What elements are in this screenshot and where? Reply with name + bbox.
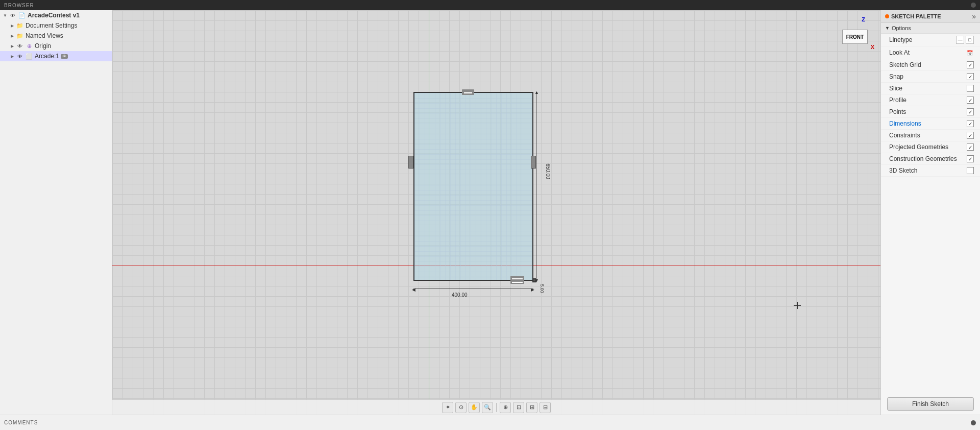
3d-sketch-checkbox[interactable] [967, 167, 974, 174]
construction-geom-row: Construction Geometries [881, 153, 980, 165]
main-area: ▼ 👁 📄 ArcadeContest v1 ▶ 📁 Document Sett… [0, 10, 980, 415]
arrow-icon: ▶ [9, 22, 15, 29]
palette-title: SKETCH PALETTE [885, 13, 941, 19]
dimensions-row: Dimensions [881, 118, 980, 130]
named-views-label: Named Views [26, 32, 63, 39]
section-arrow: ▼ [885, 26, 890, 31]
linetype-icons: — □ [956, 36, 974, 44]
constraints-label: Constraints [889, 132, 920, 139]
fit-btn[interactable]: ⊕ [500, 402, 511, 413]
top-measure-tag: ▬▬ [462, 89, 474, 95]
sketch-grid-checkbox[interactable] [967, 61, 974, 68]
x-axis-label: X [871, 44, 874, 50]
palette-options-section[interactable]: ▼ Options [881, 23, 980, 34]
eye-icon[interactable]: 👁 [16, 42, 23, 50]
sidebar-item-arcade[interactable]: ▶ 👁 ⬜ Arcade:1 👁 [0, 51, 112, 61]
bottom-dim-line [413, 289, 533, 289]
doc-settings-label: Document Settings [26, 22, 77, 29]
projected-geom-row: Projected Geometries [881, 141, 980, 153]
snap-label: Snap [889, 73, 903, 80]
sidebar-item-doc-settings[interactable]: ▶ 📁 Document Settings [0, 20, 112, 31]
eye-icon[interactable]: 👁 [16, 53, 23, 60]
eye-icon[interactable]: 👁 [9, 12, 16, 19]
palette-dot [885, 14, 889, 18]
linetype-rect-icon[interactable]: □ [966, 36, 974, 44]
snap-point [532, 278, 536, 282]
constraints-row: Constraints [881, 130, 980, 141]
snap-btn[interactable]: ⊟ [540, 402, 551, 413]
arcade-label: Arcade:1 [35, 53, 59, 60]
select-tool-btn[interactable]: ✦ [442, 402, 453, 413]
points-checkbox[interactable] [967, 108, 974, 115]
dimensions-label: Dimensions [889, 120, 921, 127]
z-axis-label: Z [862, 16, 865, 22]
close-button[interactable] [971, 3, 976, 8]
view-btn[interactable]: ⊡ [513, 402, 524, 413]
bottom-bar: COMMENTS [0, 415, 980, 430]
linetype-solid-icon[interactable]: — [956, 36, 964, 44]
profile-checkbox[interactable] [967, 97, 974, 104]
top-bar: BROWSER [0, 0, 980, 10]
points-label: Points [889, 108, 906, 115]
origin-label: Origin [35, 42, 51, 50]
constraints-checkbox[interactable] [967, 132, 974, 139]
bottom-dim-arrow-left: ◀ [412, 287, 415, 292]
snap-checkbox[interactable] [967, 73, 974, 80]
dimensions-checkbox[interactable] [967, 120, 974, 127]
sidebar-item-root[interactable]: ▼ 👁 📄 ArcadeContest v1 [0, 10, 112, 20]
sketch-container: ▬▬ ▲ ▼ 650.00 ◀ ▶ 400.00 ▬▬▬▬▬▬ 5.00 [311, 77, 551, 306]
body-icon: ⬜ [26, 53, 33, 60]
view-cube[interactable]: Z FRONT X [840, 15, 875, 51]
toolbar-sep1 [496, 403, 497, 412]
sidebar-item-origin[interactable]: ▶ 👁 ⊕ Origin [0, 41, 112, 51]
right-dim-line [536, 92, 536, 281]
palette-expand-btn[interactable]: » [972, 12, 976, 20]
sketch-rectangle[interactable] [413, 92, 533, 281]
sketch-badge: 👁 [61, 54, 68, 59]
snap-row: Snap [881, 71, 980, 83]
left-handle [408, 156, 413, 169]
linetype-row: Linetype — □ [881, 34, 980, 46]
slice-checkbox[interactable] [967, 85, 974, 92]
pan-tool-btn[interactable]: ✋ [469, 402, 480, 413]
front-face-label[interactable]: FRONT [842, 30, 868, 44]
sketch-grid-row: Sketch Grid [881, 59, 980, 71]
sketch-grid-label: Sketch Grid [889, 61, 921, 68]
height-dim-label: 650.00 [545, 163, 551, 179]
finish-sketch-button[interactable]: Finish Sketch [887, 397, 974, 411]
origin-icon: ⊕ [26, 42, 33, 50]
small-v-dim-label: 5.00 [540, 284, 545, 293]
bottom-meas-tag: ▬▬▬▬▬▬ [510, 276, 524, 284]
section-label: Options [892, 25, 911, 31]
orbit-tool-btn[interactable]: ⊙ [455, 402, 467, 413]
slice-label: Slice [889, 85, 902, 92]
folder-icon: 📁 [16, 22, 23, 29]
projected-geom-checkbox[interactable] [967, 144, 974, 151]
construction-geom-label: Construction Geometries [889, 155, 957, 162]
look-at-row: Look At 📅 [881, 46, 980, 59]
file-icon: 📄 [18, 12, 26, 19]
root-label: ArcadeContest v1 [28, 12, 80, 19]
linetype-label: Linetype [889, 36, 912, 43]
comments-close-btn[interactable] [971, 420, 976, 425]
palette-title-label: SKETCH PALETTE [891, 13, 941, 19]
sidebar-item-named-views[interactable]: ▶ 📁 Named Views [0, 31, 112, 41]
sketch-palette-panel: SKETCH PALETTE » ▼ Options Linetype — □ … [880, 10, 980, 415]
comments-label: COMMENTS [4, 420, 38, 425]
bottom-dim-arrow-right: ▶ [531, 287, 534, 292]
points-row: Points [881, 106, 980, 118]
canvas-area[interactable]: ▬▬ ▲ ▼ 650.00 ◀ ▶ 400.00 ▬▬▬▬▬▬ 5.00 [112, 10, 880, 415]
zoom-tool-btn[interactable]: 🔍 [482, 402, 493, 413]
right-dim-arrow-top: ▲ [534, 90, 539, 95]
palette-spacer [881, 177, 980, 393]
look-at-icon[interactable]: 📅 [966, 49, 974, 57]
arrow-icon: ▼ [2, 12, 8, 18]
profile-row: Profile [881, 94, 980, 106]
construction-geom-checkbox[interactable] [967, 155, 974, 162]
arrow-icon: ▶ [9, 53, 15, 59]
arrow-icon: ▶ [9, 43, 15, 49]
projected-geom-label: Projected Geometries [889, 144, 948, 151]
folder-icon: 📁 [16, 32, 23, 39]
grid-btn[interactable]: ⊞ [526, 402, 537, 413]
slice-row: Slice [881, 83, 980, 94]
